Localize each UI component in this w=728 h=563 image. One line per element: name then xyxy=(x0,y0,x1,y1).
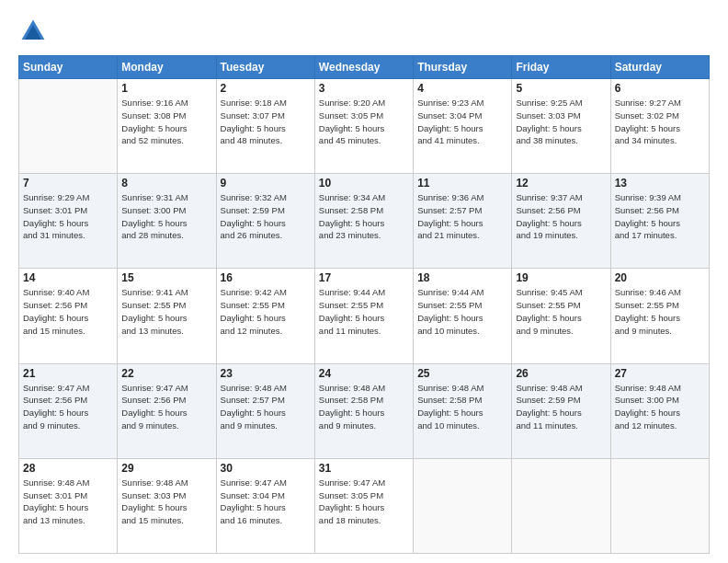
calendar-week-row: 28Sunrise: 9:48 AM Sunset: 3:01 PM Dayli… xyxy=(19,458,710,553)
day-info: Sunrise: 9:47 AM Sunset: 2:56 PM Dayligh… xyxy=(23,382,113,432)
day-number: 20 xyxy=(615,271,705,284)
calendar-cell: 3Sunrise: 9:20 AM Sunset: 3:05 PM Daylig… xyxy=(314,79,413,174)
day-info: Sunrise: 9:31 AM Sunset: 3:00 PM Dayligh… xyxy=(121,191,211,242)
day-number: 26 xyxy=(516,367,606,380)
day-info: Sunrise: 9:18 AM Sunset: 3:07 PM Dayligh… xyxy=(221,97,311,147)
day-info: Sunrise: 9:32 AM Sunset: 2:59 PM Dayligh… xyxy=(221,191,311,242)
calendar-cell: 10Sunrise: 9:34 AM Sunset: 2:58 PM Dayli… xyxy=(314,174,413,269)
calendar-week-row: 14Sunrise: 9:40 AM Sunset: 2:56 PM Dayli… xyxy=(19,269,710,363)
day-number: 25 xyxy=(417,367,507,380)
calendar-cell: 11Sunrise: 9:36 AM Sunset: 2:57 PM Dayli… xyxy=(414,174,512,269)
day-number: 27 xyxy=(615,367,705,380)
calendar-cell xyxy=(610,458,709,553)
calendar-week-row: 21Sunrise: 9:47 AM Sunset: 2:56 PM Dayli… xyxy=(19,363,710,458)
calendar-table: SundayMondayTuesdayWednesdayThursdayFrid… xyxy=(18,55,710,554)
day-number: 6 xyxy=(615,82,705,95)
calendar-cell: 15Sunrise: 9:41 AM Sunset: 2:55 PM Dayli… xyxy=(118,269,216,363)
day-info: Sunrise: 9:34 AM Sunset: 2:58 PM Dayligh… xyxy=(319,191,409,242)
day-number: 9 xyxy=(221,177,311,190)
day-number: 14 xyxy=(23,271,113,284)
calendar-cell: 22Sunrise: 9:47 AM Sunset: 2:56 PM Dayli… xyxy=(118,363,216,458)
calendar-cell: 29Sunrise: 9:48 AM Sunset: 3:03 PM Dayli… xyxy=(118,458,216,553)
day-number: 2 xyxy=(221,82,311,95)
calendar-cell: 19Sunrise: 9:45 AM Sunset: 2:55 PM Dayli… xyxy=(512,269,610,363)
day-number: 23 xyxy=(221,367,311,380)
day-info: Sunrise: 9:27 AM Sunset: 3:02 PM Dayligh… xyxy=(615,97,705,147)
calendar-cell: 1Sunrise: 9:16 AM Sunset: 3:08 PM Daylig… xyxy=(118,79,216,174)
weekday-header: Tuesday xyxy=(216,56,314,79)
calendar-cell: 7Sunrise: 9:29 AM Sunset: 3:01 PM Daylig… xyxy=(19,174,118,269)
calendar-cell: 2Sunrise: 9:18 AM Sunset: 3:07 PM Daylig… xyxy=(216,79,314,174)
weekday-header: Friday xyxy=(512,56,610,79)
day-info: Sunrise: 9:48 AM Sunset: 2:58 PM Dayligh… xyxy=(319,382,409,432)
calendar-header-row: SundayMondayTuesdayWednesdayThursdayFrid… xyxy=(19,56,710,79)
day-info: Sunrise: 9:41 AM Sunset: 2:55 PM Dayligh… xyxy=(121,286,211,337)
day-info: Sunrise: 9:16 AM Sunset: 3:08 PM Dayligh… xyxy=(121,97,211,147)
day-number: 4 xyxy=(417,82,507,95)
calendar-cell: 4Sunrise: 9:23 AM Sunset: 3:04 PM Daylig… xyxy=(414,79,512,174)
day-info: Sunrise: 9:23 AM Sunset: 3:04 PM Dayligh… xyxy=(417,97,507,147)
day-info: Sunrise: 9:48 AM Sunset: 3:00 PM Dayligh… xyxy=(615,382,705,432)
day-info: Sunrise: 9:47 AM Sunset: 2:56 PM Dayligh… xyxy=(121,382,211,432)
day-number: 19 xyxy=(516,271,606,284)
day-number: 11 xyxy=(417,177,507,190)
calendar-cell: 27Sunrise: 9:48 AM Sunset: 3:00 PM Dayli… xyxy=(610,363,709,458)
day-number: 18 xyxy=(417,271,507,284)
logo-icon xyxy=(18,17,48,46)
day-info: Sunrise: 9:29 AM Sunset: 3:01 PM Dayligh… xyxy=(23,191,113,242)
day-number: 28 xyxy=(23,462,113,475)
day-number: 15 xyxy=(121,271,211,284)
day-info: Sunrise: 9:44 AM Sunset: 2:55 PM Dayligh… xyxy=(319,286,409,337)
day-info: Sunrise: 9:47 AM Sunset: 3:05 PM Dayligh… xyxy=(319,477,409,527)
day-info: Sunrise: 9:48 AM Sunset: 3:01 PM Dayligh… xyxy=(23,477,113,527)
calendar-cell: 5Sunrise: 9:25 AM Sunset: 3:03 PM Daylig… xyxy=(512,79,610,174)
day-info: Sunrise: 9:25 AM Sunset: 3:03 PM Dayligh… xyxy=(516,97,606,147)
day-number: 1 xyxy=(121,82,211,95)
calendar-cell: 23Sunrise: 9:48 AM Sunset: 2:57 PM Dayli… xyxy=(216,363,314,458)
calendar-cell: 12Sunrise: 9:37 AM Sunset: 2:56 PM Dayli… xyxy=(512,174,610,269)
day-number: 13 xyxy=(615,177,705,190)
day-number: 7 xyxy=(23,177,113,190)
day-number: 17 xyxy=(319,271,409,284)
day-number: 8 xyxy=(121,177,211,190)
calendar-cell: 14Sunrise: 9:40 AM Sunset: 2:56 PM Dayli… xyxy=(19,269,118,363)
day-info: Sunrise: 9:20 AM Sunset: 3:05 PM Dayligh… xyxy=(319,97,409,147)
day-info: Sunrise: 9:48 AM Sunset: 3:03 PM Dayligh… xyxy=(121,477,211,527)
calendar-week-row: 7Sunrise: 9:29 AM Sunset: 3:01 PM Daylig… xyxy=(19,174,710,269)
day-number: 31 xyxy=(319,462,409,475)
header xyxy=(18,17,710,46)
calendar-cell xyxy=(414,458,512,553)
weekday-header: Wednesday xyxy=(314,56,413,79)
day-number: 29 xyxy=(121,462,211,475)
day-number: 16 xyxy=(221,271,311,284)
weekday-header: Thursday xyxy=(414,56,512,79)
calendar-cell: 26Sunrise: 9:48 AM Sunset: 2:59 PM Dayli… xyxy=(512,363,610,458)
calendar-cell: 24Sunrise: 9:48 AM Sunset: 2:58 PM Dayli… xyxy=(314,363,413,458)
calendar-cell: 9Sunrise: 9:32 AM Sunset: 2:59 PM Daylig… xyxy=(216,174,314,269)
calendar-cell xyxy=(512,458,610,553)
calendar-week-row: 1Sunrise: 9:16 AM Sunset: 3:08 PM Daylig… xyxy=(19,79,710,174)
calendar-cell: 6Sunrise: 9:27 AM Sunset: 3:02 PM Daylig… xyxy=(610,79,709,174)
calendar-cell: 31Sunrise: 9:47 AM Sunset: 3:05 PM Dayli… xyxy=(314,458,413,553)
day-number: 12 xyxy=(516,177,606,190)
calendar-cell: 8Sunrise: 9:31 AM Sunset: 3:00 PM Daylig… xyxy=(118,174,216,269)
calendar-cell: 18Sunrise: 9:44 AM Sunset: 2:55 PM Dayli… xyxy=(414,269,512,363)
day-number: 21 xyxy=(23,367,113,380)
day-info: Sunrise: 9:45 AM Sunset: 2:55 PM Dayligh… xyxy=(516,286,606,337)
day-number: 24 xyxy=(319,367,409,380)
weekday-header: Saturday xyxy=(610,56,709,79)
day-number: 3 xyxy=(319,82,409,95)
day-info: Sunrise: 9:48 AM Sunset: 2:58 PM Dayligh… xyxy=(417,382,507,432)
calendar-cell: 30Sunrise: 9:47 AM Sunset: 3:04 PM Dayli… xyxy=(216,458,314,553)
day-info: Sunrise: 9:36 AM Sunset: 2:57 PM Dayligh… xyxy=(417,191,507,242)
day-info: Sunrise: 9:48 AM Sunset: 2:57 PM Dayligh… xyxy=(221,382,311,432)
calendar-cell: 17Sunrise: 9:44 AM Sunset: 2:55 PM Dayli… xyxy=(314,269,413,363)
day-info: Sunrise: 9:39 AM Sunset: 2:56 PM Dayligh… xyxy=(615,191,705,242)
day-number: 10 xyxy=(319,177,409,190)
day-info: Sunrise: 9:47 AM Sunset: 3:04 PM Dayligh… xyxy=(221,477,311,527)
weekday-header: Sunday xyxy=(19,56,118,79)
day-info: Sunrise: 9:42 AM Sunset: 2:55 PM Dayligh… xyxy=(221,286,311,337)
day-info: Sunrise: 9:48 AM Sunset: 2:59 PM Dayligh… xyxy=(516,382,606,432)
day-number: 30 xyxy=(221,462,311,475)
calendar-cell xyxy=(19,79,118,174)
